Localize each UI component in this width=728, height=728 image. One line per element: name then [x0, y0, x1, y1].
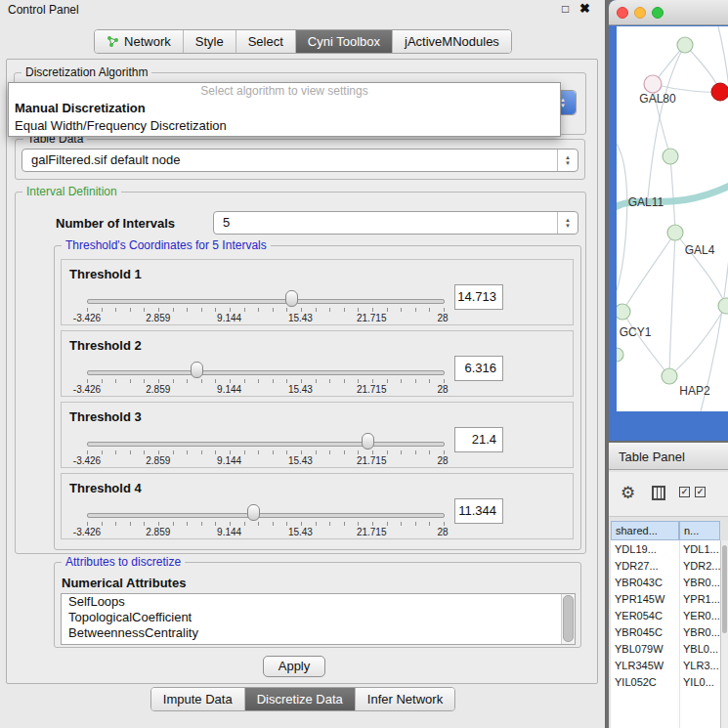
combobox-stepper-icon[interactable]: ▲ ▼: [557, 212, 578, 234]
tab-group: Network Style Select Cyni Toolbox jActiv…: [94, 29, 512, 54]
arrow-up-icon: ▲: [565, 155, 571, 160]
network-node-hap2[interactable]: [662, 368, 677, 384]
list-item-selfloops[interactable]: SelfLoops: [62, 594, 575, 610]
network-node[interactable]: [677, 37, 693, 53]
cell: YBR045C: [615, 624, 663, 641]
node-label-gal4: GAL4: [685, 243, 715, 257]
table-row[interactable]: YLR345WYLR3...: [611, 658, 720, 674]
slider-track[interactable]: [87, 299, 445, 304]
column-header-shared-name[interactable]: shared...: [611, 521, 679, 540]
table-row[interactable]: YIL052CYIL0...: [611, 674, 720, 691]
control-panel: Control Panel □ ✖ Network Style Select C…: [0, 0, 606, 728]
tab-network[interactable]: Network: [95, 30, 183, 53]
group-title-attributes: Attributes to discretize: [62, 555, 185, 569]
slider-thumb[interactable]: [285, 290, 298, 307]
tick-label: 28: [416, 527, 469, 537]
network-node[interactable]: [617, 348, 623, 362]
tab-discretize-data[interactable]: Discretize Data: [244, 688, 355, 710]
table-row[interactable]: YBR043CYBR0...: [611, 575, 720, 591]
tick-label: 28: [416, 313, 469, 323]
list-item-topologicalcoefficient[interactable]: TopologicalCoefficient: [62, 610, 575, 625]
threshold-3-label: Threshold 3: [69, 409, 142, 424]
table-row[interactable]: YBL079WYBL0...: [611, 641, 720, 658]
scrollbar-thumb[interactable]: [722, 545, 727, 633]
table-row[interactable]: YDL19...YDL1...: [611, 541, 720, 558]
tick-label: 9.144: [203, 455, 256, 466]
network-node-gcy1[interactable]: [617, 304, 630, 320]
slider-thumb[interactable]: [362, 433, 374, 450]
tick-label: 2.859: [132, 313, 185, 323]
network-node-gal4[interactable]: [667, 225, 683, 240]
table-row[interactable]: YPR145WYPR1...: [611, 591, 720, 608]
table-data-combobox[interactable]: galFiltered.sif default node ▲ ▼: [21, 149, 578, 172]
node-label-hap2: HAP2: [679, 384, 710, 398]
threshold-3-value-field[interactable]: 21.4: [454, 427, 503, 452]
combobox-stepper-icon[interactable]: ▲ ▼: [557, 150, 578, 171]
tick-label: 21.715: [345, 527, 398, 537]
close-icon[interactable]: ✖: [579, 1, 590, 16]
network-node-gal80[interactable]: [644, 75, 662, 93]
arrow-down-icon: ▼: [565, 224, 571, 229]
column-header-name[interactable]: n...: [679, 521, 720, 540]
arrow-up-icon: ▲: [565, 218, 571, 223]
table-scrollbar[interactable]: [720, 540, 728, 728]
cell: YBR0...: [683, 575, 720, 591]
scrollbar-thumb[interactable]: [563, 595, 574, 642]
tab-cyni-toolbox[interactable]: Cyni Toolbox: [295, 30, 392, 53]
tick-label: 21.715: [345, 384, 398, 395]
checkbox-icon[interactable]: ✓: [679, 487, 690, 497]
gear-icon[interactable]: ⚙: [621, 483, 635, 503]
network-node-gal11[interactable]: [663, 149, 678, 164]
number-of-intervals-combobox[interactable]: 5 ▲ ▼: [213, 211, 578, 235]
tab-label: Impute Data: [163, 692, 233, 707]
tab-style[interactable]: Style: [183, 30, 236, 53]
check-icon: ✓: [681, 487, 689, 496]
tab-jactivemnodules[interactable]: jActiveMNodules: [392, 30, 511, 53]
network-canvas[interactable]: GAL80 GAL11 GAL4 GCY1 HAP2: [617, 26, 728, 411]
threshold-2-value-field[interactable]: 6.316: [454, 356, 503, 381]
threshold-4-label: Threshold 4: [69, 481, 142, 495]
cell: YLR3...: [683, 658, 720, 674]
network-node-selected-red[interactable]: [711, 83, 728, 101]
minimize-traffic-light-icon[interactable]: [634, 7, 646, 19]
tick-label: 2.859: [132, 527, 185, 537]
apply-button[interactable]: Apply: [263, 656, 325, 677]
threshold-1-value-field[interactable]: 14.713: [454, 284, 503, 310]
table-row[interactable]: YER054CYER0...: [611, 608, 720, 624]
tick-label: 2.859: [132, 455, 185, 466]
tab-select[interactable]: Select: [236, 30, 295, 53]
columns-icon[interactable]: [652, 486, 665, 500]
table-row[interactable]: YBR045CYBR0...: [611, 624, 720, 641]
table-row[interactable]: YDR27...YDR2...: [611, 558, 720, 575]
list-item-betweennesscentrality[interactable]: BetweennessCentrality: [62, 625, 575, 641]
network-node[interactable]: [718, 298, 728, 314]
tick-label: 21.715: [345, 313, 398, 323]
tick-label: 15.43: [274, 527, 326, 537]
list-scrollbar[interactable]: [561, 594, 575, 644]
checkbox-icon[interactable]: ✓: [695, 487, 706, 497]
cell: YLR345W: [615, 658, 664, 674]
network-graph[interactable]: GAL80 GAL11 GAL4 GCY1 HAP2: [617, 26, 728, 411]
slider-thumb[interactable]: [191, 362, 203, 378]
threshold-2-panel: Threshold 2 -3.426 2.859 9.144 15.43 21.…: [61, 330, 574, 397]
tab-infer-network[interactable]: Infer Network: [355, 688, 454, 710]
slider-track[interactable]: [87, 370, 445, 375]
threshold-3-panel: Threshold 3 -3.426 2.859 9.144 15.43 21.…: [61, 402, 574, 468]
threshold-2-label: Threshold 2: [69, 338, 142, 353]
zoom-traffic-light-icon[interactable]: [652, 7, 664, 19]
slider-track[interactable]: [87, 442, 445, 447]
cell: YDL19...: [615, 541, 657, 558]
threshold-4-value-field[interactable]: 11.344: [454, 498, 503, 524]
close-traffic-light-icon[interactable]: [617, 7, 628, 19]
float-window-icon[interactable]: □: [562, 2, 569, 16]
slider-track[interactable]: [87, 513, 445, 518]
dropdown-item-equal-width-frequency[interactable]: Equal Width/Frequency Discretization: [9, 117, 560, 135]
group-title-discretization-algorithm: Discretization Algorithm: [21, 65, 151, 79]
slider-thumb[interactable]: [247, 504, 260, 521]
dropdown-item-manual-discretization[interactable]: Manual Discretization: [9, 100, 560, 117]
tick-label: 9.144: [203, 527, 256, 537]
tick-label: 15.43: [274, 455, 326, 466]
cell: YDR27...: [615, 558, 659, 575]
tab-impute-data[interactable]: Impute Data: [151, 688, 244, 710]
network-window-titlebar[interactable]: [609, 0, 728, 25]
